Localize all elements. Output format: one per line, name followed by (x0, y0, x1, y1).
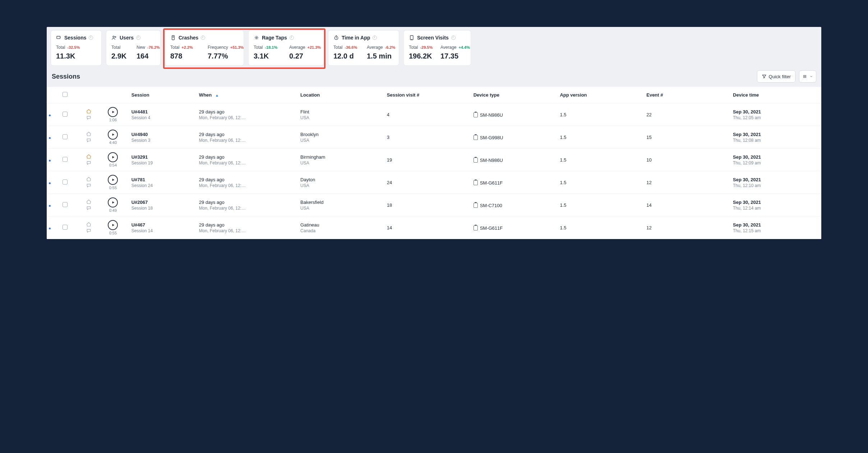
location-city: Gatineau (300, 222, 380, 228)
session-duration: 0:49 (109, 208, 117, 213)
quick-filter-button[interactable]: Quick filter (757, 70, 795, 83)
location-city: Dayton (300, 177, 380, 182)
user-id[interactable]: U#781 (131, 177, 192, 182)
metric-value: 878 (170, 52, 201, 60)
row-checkbox[interactable] (63, 157, 68, 162)
table-row[interactable]: 0:49 U#2067 Session 18 29 days ago Mon, … (47, 194, 821, 216)
session-visit-number: 4 (383, 103, 470, 126)
section-header: Sessions Quick filter (47, 70, 821, 87)
tag-icon[interactable] (86, 109, 91, 114)
play-button[interactable] (108, 220, 118, 230)
info-icon[interactable] (136, 36, 140, 40)
metric-sub-label: Total (333, 45, 342, 50)
col-location[interactable]: Location (297, 87, 383, 103)
metric-card-users[interactable]: Users Total 2.9K New -76.2% 164 (106, 31, 160, 65)
svg-rect-3 (172, 36, 175, 40)
metric-card-time-in-app[interactable]: Time in App Total -36.6% 12.0 d Average … (328, 31, 399, 65)
comment-icon[interactable] (86, 160, 91, 165)
event-count: 10 (643, 149, 729, 171)
row-checkbox[interactable] (63, 112, 68, 117)
device-time: Thu, 12:08 am (733, 138, 818, 143)
metric-card-crashes[interactable]: Crashes Total +2.2% 878 Frequency +51.3% (165, 31, 244, 65)
tag-icon[interactable] (86, 199, 91, 204)
col-session-visit[interactable]: Session visit # (383, 87, 470, 103)
comment-icon[interactable] (86, 206, 91, 211)
device-icon (474, 180, 478, 185)
table-row[interactable]: 1:06 U#4481 Session 4 29 days ago Mon, F… (47, 103, 821, 126)
location-city: Bakersfield (300, 200, 380, 205)
session-number: Session 4 (131, 115, 192, 120)
metric-value: 196.2K (409, 52, 434, 60)
user-id[interactable]: U#467 (131, 222, 192, 228)
metric-card-sessions[interactable]: Sessions Total -32.5% 11.3K (51, 31, 101, 65)
event-count: 12 (643, 171, 729, 194)
table-row[interactable]: 0:54 U#3291 Session 19 29 days ago Mon, … (47, 149, 821, 171)
info-icon[interactable] (373, 36, 377, 40)
session-duration: 4:40 (109, 140, 117, 145)
comment-icon[interactable] (86, 115, 91, 120)
metric-delta: +2.2% (181, 45, 193, 50)
user-id[interactable]: U#2067 (131, 200, 192, 205)
play-button[interactable] (108, 152, 118, 162)
row-checkbox[interactable] (63, 179, 68, 185)
columns-button[interactable] (799, 70, 816, 83)
play-button[interactable] (108, 175, 118, 185)
metric-delta: -76.2% (147, 45, 160, 50)
when-relative: 29 days ago (199, 222, 293, 228)
col-device-time[interactable]: Device time (729, 87, 821, 103)
comment-icon[interactable] (86, 183, 91, 188)
metric-value: 164 (137, 52, 155, 60)
dashboard: Sessions Total -32.5% 11.3K Users (47, 27, 821, 239)
device-type: SM-C7100 (470, 194, 557, 216)
col-session[interactable]: Session (128, 87, 195, 103)
tag-icon[interactable] (86, 177, 91, 182)
location-city: Flint (300, 109, 380, 115)
select-all-checkbox[interactable] (63, 92, 68, 97)
metric-card-rage-taps[interactable]: Rage Taps Total -18.1% 3.1K Average +21.… (249, 31, 323, 65)
play-button[interactable] (108, 197, 118, 207)
play-button[interactable] (108, 107, 118, 117)
unread-dot (49, 115, 51, 116)
metric-delta: +21.3% (307, 45, 321, 50)
app-version: 1.5 (556, 149, 643, 171)
table-row[interactable]: 0:55 U#467 Session 14 29 days ago Mon, F… (47, 216, 821, 239)
tag-icon[interactable] (86, 131, 91, 136)
app-version: 1.5 (556, 216, 643, 239)
table-row[interactable]: 4:40 U#4940 Session 3 29 days ago Mon, F… (47, 126, 821, 149)
info-icon[interactable] (201, 36, 205, 40)
info-icon[interactable] (451, 36, 456, 40)
user-id[interactable]: U#4940 (131, 132, 192, 137)
info-icon[interactable] (89, 36, 93, 40)
device-icon (474, 112, 478, 117)
metric-delta: -29.5% (420, 45, 433, 50)
session-duration: 0:55 (109, 231, 117, 235)
metric-sub-label: Total (409, 45, 418, 50)
comment-icon[interactable] (86, 138, 91, 143)
svg-point-2 (115, 37, 116, 38)
unread-dot (49, 205, 51, 207)
device-icon (474, 158, 478, 163)
user-id[interactable]: U#3291 (131, 154, 192, 160)
col-device-type[interactable]: Device type (470, 87, 557, 103)
when-relative: 29 days ago (199, 154, 293, 160)
play-button[interactable] (108, 130, 118, 140)
device-date: Sep 30, 2021 (733, 132, 818, 137)
when-absolute: Mon, February 06, 12:… (199, 160, 293, 165)
col-when[interactable]: When ▲ (195, 87, 297, 103)
metric-title: Crashes (179, 35, 198, 41)
row-checkbox[interactable] (63, 202, 68, 207)
col-event-count[interactable]: Event # (643, 87, 729, 103)
row-checkbox[interactable] (63, 134, 68, 139)
user-id[interactable]: U#4481 (131, 109, 192, 115)
comment-icon[interactable] (86, 228, 91, 233)
tag-icon[interactable] (86, 154, 91, 159)
when-absolute: Mon, February 06, 12:… (199, 183, 293, 188)
device-date: Sep 30, 2021 (733, 154, 818, 160)
table-row[interactable]: 0:55 U#781 Session 24 29 days ago Mon, F… (47, 171, 821, 194)
info-icon[interactable] (290, 36, 294, 40)
session-number: Session 14 (131, 228, 192, 233)
col-app-version[interactable]: App version (556, 87, 643, 103)
tag-icon[interactable] (86, 222, 91, 227)
row-checkbox[interactable] (63, 225, 68, 230)
metric-card-screen-visits[interactable]: Screen Visits Total -29.5% 196.2K Averag… (404, 31, 471, 65)
